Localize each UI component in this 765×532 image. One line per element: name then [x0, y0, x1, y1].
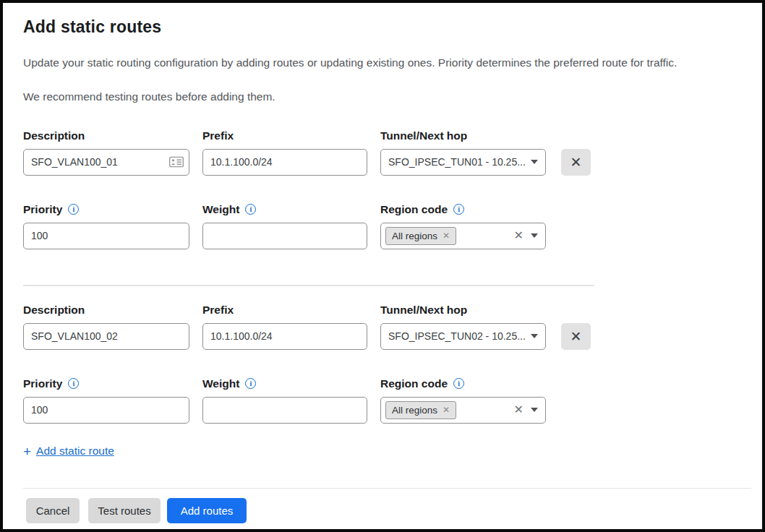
- prefix-label: Prefix: [202, 129, 367, 142]
- priority-label: Priority: [23, 377, 62, 390]
- route-entry-2: Description Prefix Tunnel/Next hop SFO_I…: [23, 304, 742, 424]
- remove-route-button[interactable]: ✕: [561, 323, 591, 350]
- region-code-select[interactable]: All regions ✕ ✕: [380, 397, 546, 424]
- description-input[interactable]: [23, 149, 189, 176]
- tunnel-selected-value: SFO_IPSEC_TUN02 - 10.25...: [388, 330, 525, 342]
- info-icon[interactable]: i: [245, 378, 256, 389]
- info-icon[interactable]: i: [245, 204, 256, 215]
- page-title: Add static routes: [23, 17, 742, 37]
- description-label: Description: [23, 304, 189, 317]
- tunnel-label: Tunnel/Next hop: [380, 304, 546, 317]
- tunnel-select[interactable]: SFO_IPSEC_TUN02 - 10.25...: [380, 323, 546, 350]
- page-note: We recommend testing routes before addin…: [23, 90, 742, 103]
- plus-icon: +: [23, 445, 31, 458]
- route-entry-1: Description Prefix Tunnel/Next hop: [23, 129, 742, 249]
- info-icon[interactable]: i: [453, 378, 464, 389]
- section-divider: [23, 285, 594, 286]
- remove-route-button[interactable]: ✕: [561, 149, 591, 176]
- chip-remove-icon[interactable]: ✕: [443, 406, 450, 414]
- close-icon: ✕: [570, 330, 582, 343]
- footer-divider: [23, 488, 751, 489]
- info-icon[interactable]: i: [68, 378, 79, 389]
- chevron-down-icon: [531, 160, 538, 164]
- region-chip: All regions ✕: [385, 401, 456, 419]
- test-routes-button[interactable]: Test routes: [88, 498, 161, 523]
- clear-selection-icon[interactable]: ✕: [513, 230, 525, 241]
- clear-selection-icon[interactable]: ✕: [513, 404, 525, 416]
- description-input[interactable]: [23, 323, 189, 350]
- priority-input[interactable]: [23, 223, 189, 249]
- prefix-input[interactable]: [202, 323, 367, 350]
- weight-input[interactable]: [202, 223, 367, 249]
- info-icon[interactable]: i: [68, 204, 79, 215]
- priority-label: Priority: [23, 203, 62, 216]
- priority-input[interactable]: [23, 397, 189, 424]
- chevron-down-icon: [531, 334, 538, 338]
- region-chip-label: All regions: [392, 405, 437, 416]
- add-static-routes-dialog: Add static routes Update your static rou…: [0, 0, 765, 532]
- region-code-label: Region code: [380, 377, 448, 390]
- autofill-contact-icon: [169, 157, 184, 168]
- prefix-label: Prefix: [202, 304, 367, 317]
- tunnel-select[interactable]: SFO_IPSEC_TUN01 - 10.25...: [380, 149, 546, 176]
- weight-input[interactable]: [202, 397, 367, 424]
- tunnel-label: Tunnel/Next hop: [380, 129, 546, 142]
- chevron-down-icon: [531, 408, 538, 412]
- region-code-select[interactable]: All regions ✕ ✕: [380, 223, 546, 249]
- close-icon: ✕: [570, 155, 582, 169]
- add-routes-button[interactable]: Add routes: [167, 498, 247, 523]
- footer-actions: Cancel Test routes Add routes: [26, 498, 742, 523]
- cancel-button[interactable]: Cancel: [26, 498, 80, 523]
- region-chip: All regions ✕: [385, 227, 456, 245]
- page-description: Update your static routing configuration…: [23, 56, 742, 71]
- add-static-route-row: + Add static route: [23, 445, 742, 458]
- description-label: Description: [23, 129, 189, 142]
- weight-label: Weight: [202, 377, 239, 390]
- prefix-input[interactable]: [202, 149, 367, 176]
- region-code-label: Region code: [380, 203, 448, 216]
- tunnel-selected-value: SFO_IPSEC_TUN01 - 10.25...: [388, 156, 525, 168]
- chip-remove-icon[interactable]: ✕: [443, 231, 450, 240]
- weight-label: Weight: [202, 203, 239, 216]
- region-chip-label: All regions: [392, 231, 437, 241]
- info-icon[interactable]: i: [453, 204, 464, 215]
- chevron-down-icon: [531, 233, 538, 238]
- add-static-route-link[interactable]: Add static route: [36, 445, 114, 458]
